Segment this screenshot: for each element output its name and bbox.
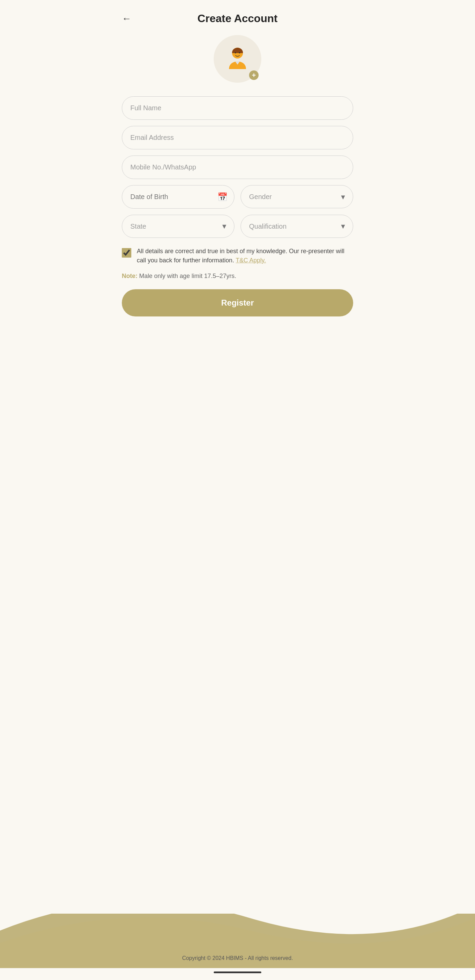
copyright-text: Copyright © 2024 HBIMS - All rights rese… (0, 955, 475, 961)
qualification-wrapper: Qualification Matric Inter Graduate Post… (241, 215, 353, 238)
state-select[interactable]: State Punjab Sindh KPK Balochistan (122, 215, 234, 238)
note-text: Male only with age limit 17.5–27yrs. (137, 272, 236, 279)
email-input[interactable] (122, 126, 353, 150)
terms-checkbox[interactable] (122, 248, 131, 258)
avatar-add-icon: + (249, 70, 259, 80)
gender-wrapper: Gender Male Female Other ▼ (241, 185, 353, 208)
avatar-container[interactable]: + (214, 35, 261, 83)
state-qualification-row: State Punjab Sindh KPK Balochistan ▼ Qua… (122, 215, 353, 238)
tc-link[interactable]: T&C Apply. (236, 257, 266, 264)
svg-point-1 (235, 52, 236, 53)
form-container: 📅 Gender Male Female Other ▼ State Punja… (122, 96, 353, 317)
back-button[interactable]: ← (122, 13, 131, 24)
terms-row: All details are correct and true in best… (122, 247, 353, 265)
register-button[interactable]: Register (122, 289, 353, 317)
terms-label: All details are correct and true in best… (137, 247, 353, 265)
svg-point-2 (239, 52, 240, 53)
note-container: Note: Male only with age limit 17.5–27yr… (122, 272, 353, 280)
full-name-input[interactable] (122, 96, 353, 120)
date-gender-row: 📅 Gender Male Female Other ▼ (122, 185, 353, 208)
footer-wave: Copyright © 2024 HBIMS - All rights rese… (0, 914, 475, 968)
qualification-select[interactable]: Qualification Matric Inter Graduate Post… (241, 215, 353, 238)
note-label: Note: (122, 272, 137, 279)
avatar-icon (222, 43, 253, 74)
page-title: Create Account (197, 12, 277, 25)
back-icon: ← (122, 13, 131, 24)
state-wrapper: State Punjab Sindh KPK Balochistan ▼ (122, 215, 234, 238)
terms-checkbox-wrapper[interactable] (122, 248, 131, 259)
home-indicator (214, 972, 261, 973)
page-header: ← Create Account (122, 0, 353, 35)
mobile-input[interactable] (122, 156, 353, 179)
date-of-birth-input[interactable] (122, 185, 234, 208)
gender-select[interactable]: Gender Male Female Other (241, 185, 353, 208)
date-of-birth-wrapper: 📅 (122, 185, 234, 208)
